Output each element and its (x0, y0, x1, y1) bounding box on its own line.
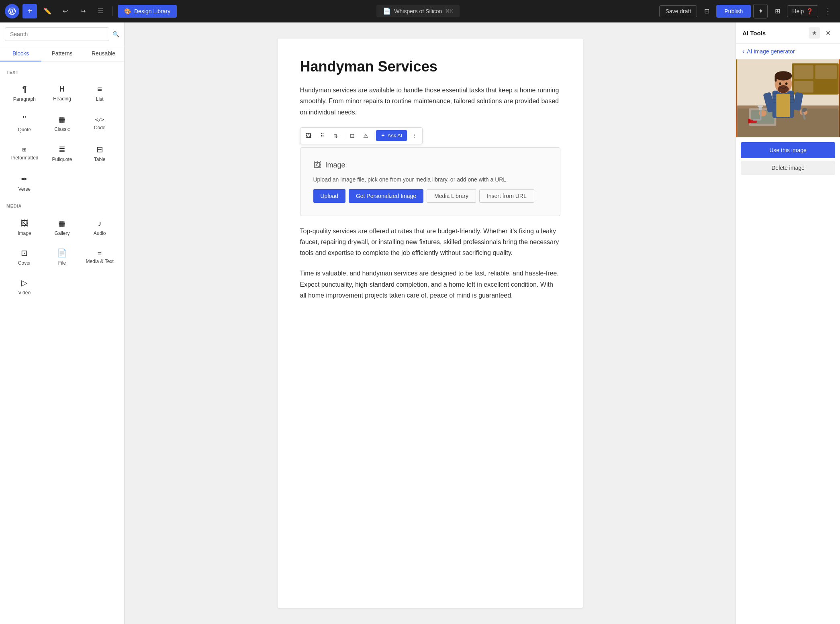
sidebar-tabs: Blocks Patterns Reusable (0, 46, 124, 62)
ai-sparkle-button[interactable]: ✦ (753, 4, 768, 18)
cover-label: Cover (18, 260, 31, 266)
verse-label: Verse (18, 186, 31, 192)
panel-toggle-button[interactable]: ⊞ (770, 4, 785, 18)
view-mode-button[interactable]: ⊡ (699, 4, 714, 18)
image-block-label: Image (18, 230, 31, 236)
content-area: Handyman Services Handyman services are … (125, 22, 736, 624)
cover-icon: ⊡ (21, 248, 28, 258)
block-heading[interactable]: H Heading (44, 80, 80, 107)
pullquote-icon: ≣ (59, 145, 65, 154)
block-table[interactable]: ⊟ Table (82, 139, 118, 167)
get-personalized-image-button[interactable]: Get Personalized Image (349, 189, 423, 203)
ai-panel-star-button[interactable]: ★ (809, 27, 820, 39)
ai-image-preview (736, 59, 840, 137)
ask-ai-button[interactable]: ✦ Ask AI (376, 130, 407, 141)
heading-icon: H (59, 85, 65, 94)
file-label: File (58, 260, 66, 266)
paragraph-label: Paragraph (13, 96, 36, 102)
block-paragraph[interactable]: ¶ Paragraph (6, 80, 43, 107)
save-draft-button[interactable]: Save draft (659, 5, 697, 17)
keyboard-shortcut: ⌘K (445, 8, 453, 14)
table-icon: ⊟ (96, 145, 103, 154)
design-library-button[interactable]: 🎨 Design Library (118, 5, 177, 18)
image-block: 🖼 Image Upload an image file, pick one f… (300, 147, 560, 216)
document-icon: 📄 (383, 7, 391, 15)
topbar: + ✏️ ↩ ↪ ☰ 🎨 Design Library 📄 Whispers o… (0, 0, 840, 22)
block-list[interactable]: ≡ List (82, 80, 118, 107)
image-block-title: Image (325, 161, 345, 169)
list-view-button[interactable]: ☰ (93, 4, 108, 18)
align-button[interactable]: ⊟ (346, 129, 359, 142)
block-file[interactable]: 📄 File (44, 243, 80, 271)
block-audio[interactable]: ♪ Audio (82, 213, 118, 241)
post-title-bar[interactable]: 📄 Whispers of Silicon ⌘K (376, 5, 460, 17)
svg-rect-5 (794, 81, 813, 92)
add-block-button[interactable]: + (22, 4, 37, 18)
tab-patterns[interactable]: Patterns (41, 46, 83, 61)
redo-button[interactable]: ↪ (76, 4, 90, 18)
ai-image-generator-label: AI image generator (747, 48, 795, 55)
media-library-button[interactable]: Media Library (427, 189, 476, 203)
block-gallery[interactable]: ▦ Gallery (44, 213, 80, 241)
toolbar-divider-1 (344, 132, 344, 140)
insert-from-url-button[interactable]: Insert from URL (479, 189, 534, 203)
more-block-options-button[interactable]: ⋮ (408, 129, 421, 142)
help-icon: ❓ (806, 8, 813, 14)
warning-button[interactable]: ⚠ (360, 129, 372, 142)
post-paragraph-1[interactable]: Handyman services are available to handl… (300, 85, 560, 118)
svg-rect-4 (815, 65, 836, 79)
block-pullquote[interactable]: ≣ Pullquote (44, 139, 80, 167)
table-label: Table (94, 157, 106, 162)
upload-button[interactable]: Upload (313, 189, 345, 203)
image-block-header: 🖼 Image (313, 161, 345, 170)
wp-logo[interactable] (5, 4, 19, 18)
block-code[interactable]: </> Code (82, 109, 118, 138)
block-quote[interactable]: " Quote (6, 109, 43, 138)
image-block-icon: 🖼 (20, 219, 29, 228)
block-media-text[interactable]: ≣ Media & Text (82, 243, 118, 271)
block-image[interactable]: 🖼 Image (6, 213, 43, 241)
delete-image-button[interactable]: Delete image (741, 161, 835, 175)
ai-panel-back[interactable]: ‹ AI image generator (736, 44, 840, 59)
post-paragraph-3[interactable]: Time is valuable, and handyman services … (300, 268, 560, 301)
drag-handle-button[interactable]: ⠿ (316, 129, 329, 142)
toolbar-divider-2 (374, 132, 374, 140)
ai-panel-body: Use this image Delete image (736, 59, 840, 624)
help-button[interactable]: Help ❓ (787, 5, 818, 17)
media-text-icon: ≣ (97, 250, 102, 256)
more-options-button[interactable]: ⋮ (821, 4, 835, 18)
text-section-label: TEXT (6, 70, 118, 75)
heading-label: Heading (53, 96, 71, 102)
tab-blocks[interactable]: Blocks (0, 46, 41, 61)
post-paragraph-2[interactable]: Top-quality services are offered at rate… (300, 226, 560, 259)
block-verse[interactable]: ✒ Verse (6, 169, 43, 197)
ai-panel-close-button[interactable]: ✕ (822, 27, 834, 39)
quote-label: Quote (18, 127, 31, 133)
move-up-down-button[interactable]: ⇅ (329, 129, 342, 142)
edit-tool-button[interactable]: ✏️ (40, 4, 55, 18)
svg-rect-3 (794, 65, 813, 79)
search-icon[interactable]: 🔍 (112, 31, 119, 37)
ai-panel-title-row: AI Tools (742, 30, 766, 37)
list-icon: ≡ (97, 85, 102, 94)
ai-panel-header-actions: ★ ✕ (809, 27, 834, 39)
block-classic[interactable]: ▦ Classic (44, 109, 80, 138)
video-label: Video (18, 290, 31, 296)
use-image-button[interactable]: Use this image (741, 142, 835, 158)
search-input[interactable] (5, 27, 109, 41)
undo-button[interactable]: ↩ (58, 4, 72, 18)
media-section-label: MEDIA (6, 204, 118, 208)
tab-reusable[interactable]: Reusable (83, 46, 124, 61)
post-title[interactable]: Handyman Services (300, 58, 560, 75)
file-icon: 📄 (57, 248, 67, 258)
video-icon: ▷ (21, 278, 27, 288)
publish-button[interactable]: Publish (716, 5, 751, 18)
media-blocks-grid: 🖼 Image ▦ Gallery ♪ Audio ⊡ Cover 📄 (6, 213, 118, 301)
ai-panel-header: AI Tools ★ ✕ (736, 22, 840, 44)
block-video[interactable]: ▷ Video (6, 273, 43, 301)
block-cover[interactable]: ⊡ Cover (6, 243, 43, 271)
svg-rect-20 (776, 94, 790, 117)
classic-label: Classic (54, 126, 70, 132)
block-preformatted[interactable]: ⊞ Preformatted (6, 139, 43, 167)
image-tool-button[interactable]: 🖼 (302, 129, 315, 142)
